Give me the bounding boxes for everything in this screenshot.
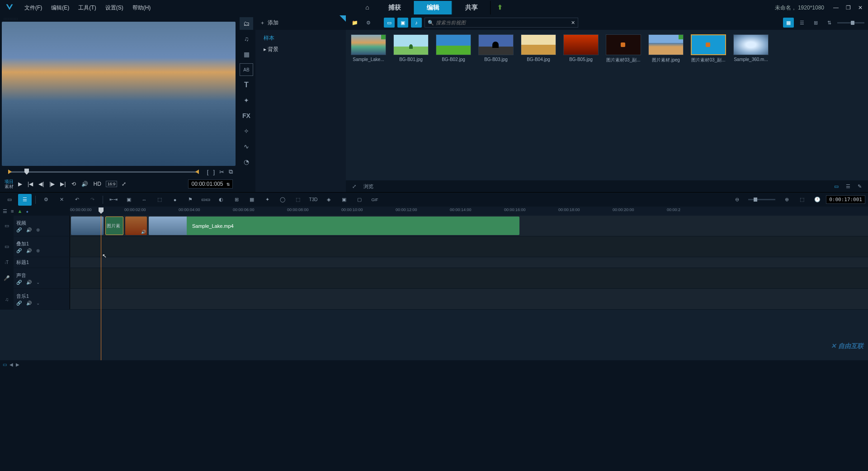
- tool-mask-icon[interactable]: ◐: [214, 194, 228, 206]
- tool-select-icon[interactable]: ⬚: [291, 194, 305, 206]
- preview-timecode[interactable]: 00:00:01:005 ⇅: [188, 179, 233, 188]
- ruler-marker-icon[interactable]: ▲: [17, 208, 22, 214]
- timeline-duration[interactable]: 0:00:17:001: [826, 195, 865, 204]
- scroll-left-icon[interactable]: ◀: [9, 362, 13, 367]
- timeline-view-icon[interactable]: ☰: [18, 194, 32, 206]
- music-track-content[interactable]: [70, 289, 868, 309]
- footer-btn3-icon[interactable]: ✎: [856, 183, 863, 190]
- prev-frame-button[interactable]: ◀|: [38, 180, 45, 188]
- mute-icon[interactable]: 🔊: [26, 227, 32, 232]
- mute-icon[interactable]: 🔊: [26, 301, 32, 306]
- close-button[interactable]: ✕: [856, 4, 864, 12]
- snapshot-icon[interactable]: ⧉: [229, 168, 233, 175]
- filter-video-icon[interactable]: ▭: [384, 18, 395, 28]
- tab-home[interactable]: ⌂: [359, 1, 375, 14]
- sound-track-content[interactable]: [70, 268, 868, 288]
- tool-color-icon[interactable]: ◈: [322, 194, 335, 206]
- split-icon[interactable]: ✂: [219, 169, 224, 175]
- tool-3d-icon[interactable]: T3D: [307, 194, 320, 206]
- library-item[interactable]: 图片素材03_副...: [605, 34, 642, 63]
- volume-button[interactable]: 🔊: [80, 180, 89, 188]
- tool-trim-icon[interactable]: ⇤⇥: [107, 194, 120, 206]
- tool-settings-icon[interactable]: ⚙: [39, 194, 53, 206]
- timeline-ruler[interactable]: 00:00:00:0000:00:02:0000:00:04:0000:00:0…: [70, 207, 868, 216]
- loop-button[interactable]: ⟲: [71, 180, 77, 188]
- end-button[interactable]: ▶|: [59, 180, 66, 188]
- zoom-slider[interactable]: [748, 199, 775, 200]
- library-item[interactable]: BG-B02.jpg: [435, 34, 472, 63]
- overlay-track-content[interactable]: [70, 236, 868, 257]
- lib-title-icon[interactable]: AB: [240, 63, 253, 76]
- lib-graphic-icon[interactable]: ✦: [240, 94, 253, 107]
- view-grid-icon[interactable]: ⊞: [810, 18, 821, 28]
- scroll-right-icon[interactable]: ▶: [16, 362, 19, 367]
- preview-video[interactable]: [2, 22, 236, 166]
- lib-fx-icon[interactable]: FX: [240, 109, 253, 122]
- undo-icon[interactable]: ↶: [70, 194, 84, 206]
- filter-photo-icon[interactable]: ▣: [397, 18, 408, 28]
- ruler-list-icon[interactable]: ☰: [3, 208, 7, 214]
- hd-button[interactable]: HD: [93, 180, 102, 188]
- clip-video2[interactable]: Sample_Lake.mp4: [149, 217, 519, 235]
- lib-speed-icon[interactable]: ◔: [240, 155, 253, 168]
- library-item[interactable]: BG-B01.jpg: [393, 34, 429, 63]
- tool-mixer-icon[interactable]: ✕: [55, 194, 68, 206]
- link-icon[interactable]: 🔗: [16, 248, 22, 253]
- sort-icon[interactable]: ⇅: [824, 18, 835, 28]
- expand-button[interactable]: ⤢: [121, 180, 127, 188]
- lib-text-icon[interactable]: T: [240, 79, 253, 91]
- clip-image2[interactable]: 🔊: [125, 217, 147, 235]
- mute-icon[interactable]: 🔊: [26, 280, 32, 285]
- play-button[interactable]: ▶: [17, 180, 23, 188]
- tool-record-icon[interactable]: ●: [168, 194, 182, 206]
- lib-transition-icon[interactable]: ▦: [240, 48, 253, 61]
- lib-path-icon[interactable]: ∿: [240, 140, 253, 153]
- tab-share[interactable]: 共享: [453, 1, 491, 14]
- tool-multi-icon[interactable]: ⊞: [230, 194, 243, 206]
- filter-audio-icon[interactable]: ♪: [411, 18, 422, 28]
- tool-motion-icon[interactable]: ✦: [260, 194, 274, 206]
- menu-edit[interactable]: 编辑(E): [47, 2, 74, 14]
- menu-help[interactable]: 帮助(H): [128, 2, 156, 14]
- maximize-button[interactable]: ❐: [844, 4, 853, 12]
- fit-icon[interactable]: ⬚: [795, 194, 809, 206]
- video-track-content[interactable]: 图片素 🔊 Sample_Lake.mp4: [70, 216, 868, 236]
- redo-icon[interactable]: ↷: [85, 194, 99, 206]
- lock-icon[interactable]: ⊗: [36, 227, 40, 232]
- library-item[interactable]: 图片素材.jpeg: [648, 34, 684, 63]
- view-list-icon[interactable]: ☰: [797, 18, 807, 28]
- tool-pan-icon[interactable]: ⬚: [153, 194, 166, 206]
- mark-in-icon[interactable]: [: [207, 169, 209, 175]
- library-item[interactable]: BG-B05.jpg: [563, 34, 599, 63]
- library-item[interactable]: BG-B03.jpg: [478, 34, 514, 63]
- expand-icon[interactable]: ⌄: [36, 280, 40, 285]
- import-folder-icon[interactable]: 📁: [349, 18, 360, 28]
- mark-out-icon[interactable]: ]: [213, 169, 215, 175]
- tool-360-icon[interactable]: ◯: [276, 194, 289, 206]
- tool-crop-icon[interactable]: ▣: [122, 194, 136, 206]
- clear-search-icon[interactable]: ✕: [571, 20, 575, 26]
- storyboard-view-icon[interactable]: ▭: [3, 194, 16, 206]
- drag-handle[interactable]: ::::::::::: [1, 16, 236, 21]
- tool-stabilize-icon[interactable]: ▢: [353, 194, 366, 206]
- view-thumb-icon[interactable]: ▦: [783, 18, 794, 28]
- lib-filter-icon[interactable]: ✧: [240, 125, 253, 137]
- tool-marker-icon[interactable]: ⚑: [184, 194, 197, 206]
- link-icon[interactable]: 🔗: [16, 227, 22, 232]
- minimize-button[interactable]: —: [831, 4, 840, 12]
- ruler-tracks-icon[interactable]: ≡: [11, 208, 14, 214]
- menu-settings[interactable]: 设置(S): [101, 2, 128, 14]
- expand-icon[interactable]: ⌄: [36, 301, 40, 306]
- clip-image1[interactable]: 图片素: [105, 217, 123, 235]
- home-button[interactable]: |◀: [27, 180, 34, 188]
- library-item[interactable]: Sample_360.m...: [733, 34, 769, 63]
- import-settings-icon[interactable]: ⚙: [363, 18, 374, 28]
- title-track-content[interactable]: [70, 257, 868, 268]
- tool-stretch-icon[interactable]: ↔: [137, 194, 151, 206]
- menu-file[interactable]: 文件(F): [20, 2, 47, 14]
- tool-lens-icon[interactable]: ▣: [337, 194, 351, 206]
- clock-icon[interactable]: 🕐: [811, 194, 824, 206]
- scroll-mode-icon[interactable]: ▭: [3, 362, 7, 367]
- aspect-button[interactable]: 16:9: [106, 181, 118, 187]
- browse-button[interactable]: 浏览: [362, 182, 375, 191]
